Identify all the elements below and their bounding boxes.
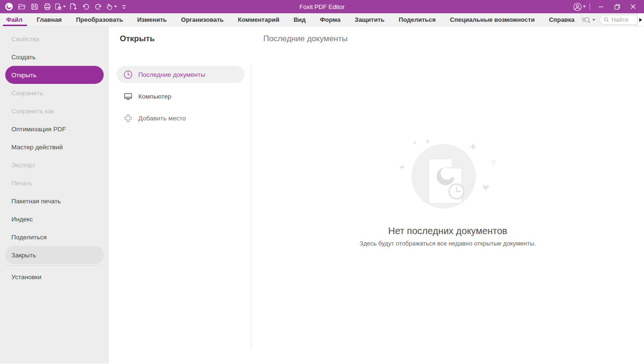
place-label: Компьютер bbox=[138, 93, 171, 100]
sidebar-item-label: Свойства bbox=[11, 36, 39, 43]
email-convert-icon[interactable] bbox=[54, 1, 66, 12]
open-panel-title: Открыть bbox=[120, 34, 155, 44]
tab-convert[interactable]: Преобразовать bbox=[69, 13, 130, 26]
titlebar: Foxit PDF Editor bbox=[0, 0, 644, 13]
tab-accessibility[interactable]: Специальные возможности bbox=[443, 13, 542, 26]
tab-share-label: Поделиться bbox=[399, 16, 436, 23]
sidebar-item-create[interactable]: Создать bbox=[5, 48, 104, 66]
sidebar-item-label: Открыть bbox=[11, 72, 36, 79]
open-panel: Открыть Последние документы Компьютер До… bbox=[109, 27, 251, 364]
sparkle-plus bbox=[470, 144, 476, 150]
redo-icon[interactable] bbox=[92, 1, 104, 12]
sidebar-item-optimize-pdf[interactable]: Оптимизация PDF bbox=[5, 120, 104, 138]
minimize-button[interactable] bbox=[593, 1, 609, 12]
sidebar-item-label: Пакетная печать bbox=[11, 198, 61, 205]
tab-help-label: Справка bbox=[549, 16, 574, 23]
tab-organize[interactable]: Организовать bbox=[174, 13, 231, 26]
search-icon bbox=[604, 17, 609, 23]
titlebar-separator bbox=[590, 3, 590, 10]
find-zone bbox=[581, 13, 644, 26]
backstage-content: Свойства Создать Открыть Сохранить Сохра… bbox=[0, 27, 644, 364]
sidebar-item-label: Оптимизация PDF bbox=[11, 126, 66, 133]
tab-form-label: Форма bbox=[320, 16, 340, 23]
place-computer[interactable]: Компьютер bbox=[116, 88, 244, 105]
open-icon[interactable] bbox=[16, 1, 27, 12]
tab-share[interactable]: Поделиться bbox=[392, 13, 443, 26]
tab-view[interactable]: Вид bbox=[286, 13, 313, 26]
sparkle-heart bbox=[483, 185, 489, 191]
sidebar-item-save: Сохранить bbox=[5, 84, 104, 102]
sidebar-item-action-wizard[interactable]: Мастер действий bbox=[5, 138, 104, 156]
sparkle-dot bbox=[414, 142, 416, 144]
app-title: Foxit PDF Editor bbox=[299, 3, 344, 10]
tab-edit[interactable]: Изменить bbox=[130, 13, 174, 26]
sidebar-item-print: Печать bbox=[5, 174, 104, 192]
empty-state-illustration bbox=[394, 138, 517, 228]
tab-protect[interactable]: Защитить bbox=[348, 13, 392, 26]
account-dropdown-caret[interactable] bbox=[583, 6, 586, 8]
expand-ribbon-button[interactable] bbox=[637, 13, 644, 26]
print-icon[interactable] bbox=[41, 1, 53, 12]
sidebar-item-close[interactable]: Закрыть bbox=[5, 246, 104, 264]
sidebar-item-export: Экспорт bbox=[5, 156, 104, 174]
recent-documents-title: Последние документы bbox=[263, 34, 348, 44]
place-recent-documents[interactable]: Последние документы bbox=[116, 66, 244, 83]
sidebar-item-label: Сохранить bbox=[11, 90, 43, 97]
customize-quick-access-icon[interactable] bbox=[118, 1, 130, 12]
hand-tool-icon[interactable] bbox=[105, 1, 117, 12]
tab-help[interactable]: Справка bbox=[542, 13, 581, 26]
account-icon[interactable] bbox=[572, 1, 587, 12]
recent-documents-panel: Последние документы Нет последних докуме… bbox=[251, 27, 644, 364]
quick-access-toolbar bbox=[0, 1, 130, 12]
sidebar-item-label: Индекс bbox=[11, 216, 33, 223]
file-menu-sidebar: Свойства Создать Открыть Сохранить Сохра… bbox=[0, 27, 109, 364]
sidebar-item-label: Мастер действий bbox=[11, 144, 63, 151]
sidebar-item-index[interactable]: Индекс bbox=[5, 210, 104, 228]
tab-edit-label: Изменить bbox=[137, 16, 167, 23]
empty-state-title: Нет последних документов bbox=[251, 226, 644, 237]
sidebar-item-label: Закрыть bbox=[11, 252, 36, 259]
foxit-logo-icon bbox=[3, 1, 15, 12]
sparkle-lines bbox=[491, 161, 496, 164]
clock-icon bbox=[124, 70, 133, 79]
titlebar-controls bbox=[572, 1, 644, 12]
sidebar-item-label: Установки bbox=[11, 273, 42, 281]
tab-home[interactable]: Главная bbox=[30, 13, 69, 26]
sidebar-item-batch-print[interactable]: Пакетная печать bbox=[5, 192, 104, 210]
sidebar-separator bbox=[5, 265, 100, 266]
tab-home-label: Главная bbox=[37, 16, 62, 23]
sidebar-item-label: Поделиться bbox=[11, 234, 47, 241]
place-label: Последние документы bbox=[138, 71, 205, 78]
tab-file-label: Файл bbox=[6, 16, 23, 23]
sparkle-plus bbox=[425, 139, 430, 144]
sidebar-item-preferences[interactable]: Установки bbox=[5, 268, 104, 286]
sparkle-plus bbox=[400, 165, 404, 170]
save-icon[interactable] bbox=[28, 1, 40, 12]
place-add-a-place[interactable]: Добавить место bbox=[116, 109, 244, 127]
tab-file[interactable]: Файл bbox=[0, 13, 30, 26]
expand-ribbon-icon bbox=[639, 18, 642, 22]
restore-button[interactable] bbox=[609, 1, 625, 12]
sidebar-item-share[interactable]: Поделиться bbox=[5, 228, 104, 246]
tab-protect-label: Защитить bbox=[355, 16, 385, 23]
sidebar-item-properties: Свойства bbox=[5, 30, 104, 48]
close-button[interactable] bbox=[625, 1, 641, 12]
add-place-icon bbox=[124, 114, 133, 123]
tab-comment-label: Комментарий bbox=[238, 16, 279, 23]
computer-icon bbox=[124, 92, 133, 101]
menubar: Файл Главная Преобразовать Изменить Орга… bbox=[0, 13, 644, 27]
sidebar-item-open[interactable]: Открыть bbox=[5, 66, 104, 84]
sidebar-item-label: Сохранить как bbox=[11, 108, 54, 115]
sidebar-item-label: Экспорт bbox=[11, 162, 36, 169]
sidebar-item-save-as: Сохранить как bbox=[5, 102, 104, 120]
sidebar-item-label: Создать bbox=[11, 54, 36, 61]
advanced-search-caret[interactable] bbox=[592, 19, 595, 21]
hand-tool-dropdown-caret[interactable] bbox=[114, 6, 117, 8]
tab-accessibility-label: Специальные возможности bbox=[450, 16, 535, 23]
advanced-search-button[interactable] bbox=[581, 16, 595, 24]
create-new-icon[interactable] bbox=[67, 1, 79, 12]
tab-comment[interactable]: Комментарий bbox=[231, 13, 286, 26]
email-convert-dropdown-caret[interactable] bbox=[63, 6, 66, 8]
undo-icon[interactable] bbox=[80, 1, 91, 12]
tab-form[interactable]: Форма bbox=[313, 13, 348, 26]
